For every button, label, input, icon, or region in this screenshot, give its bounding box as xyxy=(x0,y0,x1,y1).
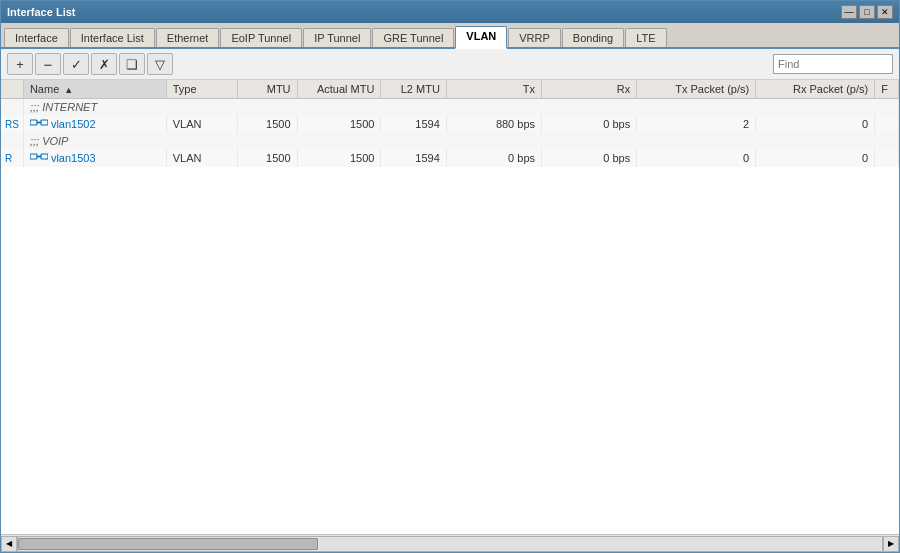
row-rx: 0 bps xyxy=(542,149,637,167)
row-flag: R xyxy=(1,149,23,167)
row-rx: 0 bps xyxy=(542,115,637,133)
col-header-mtu[interactable]: MTU xyxy=(238,80,297,99)
svg-rect-5 xyxy=(41,154,48,159)
tab-interface[interactable]: Interface xyxy=(4,28,69,47)
tab-bar: Interface Interface List Ethernet EoIP T… xyxy=(1,23,899,49)
row-tx: 880 bps xyxy=(446,115,541,133)
row-actual-mtu: 1500 xyxy=(297,115,381,133)
row-f xyxy=(875,115,899,133)
row-mtu: 1500 xyxy=(238,115,297,133)
table-row[interactable]: R vlan1503 VLAN 1500 1500 1594 0 bps 0 b… xyxy=(1,149,899,167)
svg-rect-4 xyxy=(30,154,37,159)
network-icon xyxy=(30,117,48,131)
table-row[interactable]: RS vlan1502 VLAN 1500 1500 1594 880 bps … xyxy=(1,115,899,133)
col-header-tx-packet[interactable]: Tx Packet (p/s) xyxy=(637,80,756,99)
col-header-l2mtu[interactable]: L2 MTU xyxy=(381,80,446,99)
disable-button[interactable]: ✗ xyxy=(91,53,117,75)
row-mtu: 1500 xyxy=(238,149,297,167)
add-button[interactable]: + xyxy=(7,53,33,75)
interface-table: Name ▲ Type MTU Actual MTU L2 MTU Tx Rx … xyxy=(1,80,899,167)
table-header-row: Name ▲ Type MTU Actual MTU L2 MTU Tx Rx … xyxy=(1,80,899,99)
row-rx-packet: 0 xyxy=(756,115,875,133)
row-f xyxy=(875,149,899,167)
table-container[interactable]: Name ▲ Type MTU Actual MTU L2 MTU Tx Rx … xyxy=(1,80,899,534)
copy-button[interactable]: ❑ xyxy=(119,53,145,75)
group-row: ;;; INTERNET xyxy=(1,99,899,116)
scroll-right-button[interactable]: ▶ xyxy=(883,536,899,552)
svg-point-3 xyxy=(38,122,40,124)
col-header-rx[interactable]: Rx xyxy=(542,80,637,99)
svg-point-7 xyxy=(38,156,40,158)
row-name: vlan1502 xyxy=(23,115,166,133)
window-controls: ― □ ✕ xyxy=(841,5,893,19)
tab-vrrp[interactable]: VRRP xyxy=(508,28,561,47)
tab-ip-tunnel[interactable]: IP Tunnel xyxy=(303,28,371,47)
window-title: Interface List xyxy=(7,6,75,18)
svg-rect-1 xyxy=(41,120,48,125)
tab-eoip-tunnel[interactable]: EoIP Tunnel xyxy=(220,28,302,47)
col-header-type[interactable]: Type xyxy=(166,80,237,99)
tab-bonding[interactable]: Bonding xyxy=(562,28,624,47)
filter-button[interactable]: ▽ xyxy=(147,53,173,75)
row-rx-packet: 0 xyxy=(756,149,875,167)
row-actual-mtu: 1500 xyxy=(297,149,381,167)
row-type: VLAN xyxy=(166,115,237,133)
svg-rect-0 xyxy=(30,120,37,125)
scroll-left-button[interactable]: ◀ xyxy=(1,536,17,552)
row-tx: 0 bps xyxy=(446,149,541,167)
col-header-name[interactable]: Name ▲ xyxy=(23,80,166,99)
minimize-button[interactable]: ― xyxy=(841,5,857,19)
tab-ethernet[interactable]: Ethernet xyxy=(156,28,220,47)
close-button[interactable]: ✕ xyxy=(877,5,893,19)
horizontal-scrollbar[interactable] xyxy=(17,536,883,552)
tab-interface-list[interactable]: Interface List xyxy=(70,28,155,47)
group-row: ;;; VOIP xyxy=(1,133,899,149)
row-type: VLAN xyxy=(166,149,237,167)
col-header-tx[interactable]: Tx xyxy=(446,80,541,99)
col-header-actual-mtu[interactable]: Actual MTU xyxy=(297,80,381,99)
enable-button[interactable]: ✓ xyxy=(63,53,89,75)
scrollbar-thumb[interactable] xyxy=(18,538,318,550)
row-flag: RS xyxy=(1,115,23,133)
main-window: Interface List ― □ ✕ Interface Interface… xyxy=(0,0,900,553)
col-header-rx-packet[interactable]: Rx Packet (p/s) xyxy=(756,80,875,99)
tab-lte[interactable]: LTE xyxy=(625,28,666,47)
status-bar: ◀ ▶ xyxy=(1,534,899,552)
row-l2mtu: 1594 xyxy=(381,149,446,167)
row-tx-packet: 0 xyxy=(637,149,756,167)
title-bar: Interface List ― □ ✕ xyxy=(1,1,899,23)
col-header-flag[interactable] xyxy=(1,80,23,99)
col-header-f[interactable]: F xyxy=(875,80,899,99)
row-name: vlan1503 xyxy=(23,149,166,167)
tab-vlan[interactable]: VLAN xyxy=(455,26,507,49)
row-tx-packet: 2 xyxy=(637,115,756,133)
remove-button[interactable]: − xyxy=(35,53,61,75)
sort-arrow-name: ▲ xyxy=(64,85,73,95)
find-input[interactable] xyxy=(773,54,893,74)
maximize-button[interactable]: □ xyxy=(859,5,875,19)
row-l2mtu: 1594 xyxy=(381,115,446,133)
network-icon xyxy=(30,151,48,165)
toolbar: + − ✓ ✗ ❑ ▽ xyxy=(1,49,899,80)
tab-gre-tunnel[interactable]: GRE Tunnel xyxy=(372,28,454,47)
